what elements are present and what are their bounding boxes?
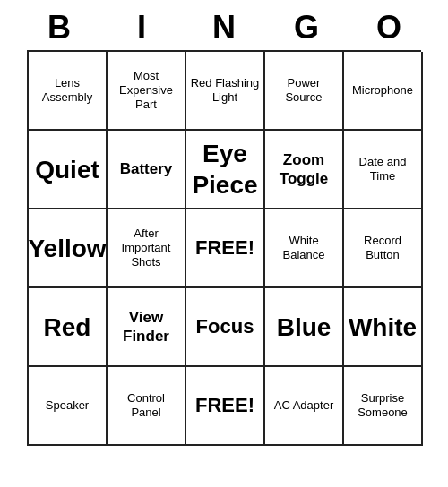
bingo-cell: Focus <box>186 288 265 367</box>
bingo-cell: Most Expensive Part <box>108 52 186 131</box>
bingo-cell: Yellow <box>29 209 108 288</box>
bingo-cell: Blue <box>265 288 344 367</box>
bingo-cell: Quiet <box>29 131 108 209</box>
bingo-cell: Date and Time <box>344 131 423 209</box>
bingo-cell: After Important Shots <box>108 209 186 288</box>
bingo-grid: Lens AssemblyMost Expensive PartRed Flas… <box>27 50 421 446</box>
letter-i: I <box>102 9 181 47</box>
bingo-cell: FREE! <box>186 209 265 288</box>
bingo-cell: Red Flashing Light <box>186 52 265 131</box>
letter-n: N <box>185 9 263 47</box>
bingo-cell: Power Source <box>265 52 344 131</box>
bingo-cell: View Finder <box>108 288 186 367</box>
bingo-cell: AC Adapter <box>265 367 344 446</box>
bingo-cell: Microphone <box>344 52 423 131</box>
bingo-header: B I N G O <box>18 0 430 50</box>
bingo-cell: Lens Assembly <box>29 52 108 131</box>
bingo-cell: White Balance <box>265 209 344 288</box>
bingo-cell: White <box>344 288 423 367</box>
bingo-cell: Speaker <box>29 367 108 446</box>
letter-o: O <box>349 9 428 47</box>
bingo-cell: Control Panel <box>108 367 186 446</box>
bingo-cell: Red <box>29 288 108 367</box>
bingo-cell: FREE! <box>186 367 265 446</box>
bingo-cell: Zoom Toggle <box>265 131 344 209</box>
letter-b: B <box>20 9 99 47</box>
bingo-cell: Record Button <box>344 209 423 288</box>
bingo-cell: Eye Piece <box>186 131 265 209</box>
letter-g: G <box>267 9 346 47</box>
bingo-cell: Battery <box>108 131 186 209</box>
bingo-cell: Surprise Someone <box>344 367 423 446</box>
